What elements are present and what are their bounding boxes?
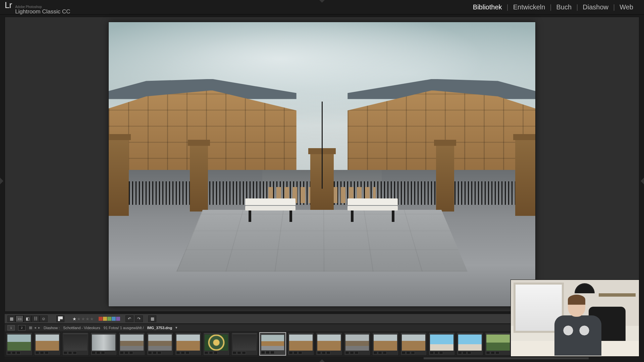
thumbnail[interactable] xyxy=(118,332,145,356)
thumbnail-image xyxy=(36,335,59,351)
thumbnail-badges xyxy=(176,351,200,355)
thumbnail-badges xyxy=(430,351,454,355)
thumbnail[interactable] xyxy=(428,332,455,356)
star-4[interactable]: ★ xyxy=(86,316,90,321)
thumbnail-image xyxy=(120,335,144,351)
flag-pick-button[interactable] xyxy=(56,315,64,322)
thumbnail[interactable] xyxy=(90,332,117,356)
thumbnail-badges xyxy=(120,351,144,355)
people-view-icon: ☺ xyxy=(42,316,46,321)
thumbnail-image xyxy=(64,335,87,351)
module-bibliothek[interactable]: Bibliothek xyxy=(468,3,507,11)
thumbnail[interactable] xyxy=(287,332,314,356)
compare-view-button[interactable]: ◧ xyxy=(23,315,32,322)
thumbnail-image xyxy=(374,335,397,351)
thumbnail[interactable] xyxy=(147,332,173,356)
right-panel-toggle-icon[interactable] xyxy=(641,178,644,184)
thumbnail-image xyxy=(317,335,341,351)
thumbnail[interactable] xyxy=(175,332,202,356)
grid-jump-icon[interactable]: ▦ xyxy=(29,325,32,330)
thumbnail[interactable] xyxy=(485,332,512,356)
rotate-ccw-button[interactable]: ↶ xyxy=(125,315,133,322)
thumbnail-image xyxy=(345,335,369,351)
filmstrip-scroll-handle[interactable] xyxy=(424,357,589,359)
thumbnail[interactable] xyxy=(62,332,89,356)
thumbnail[interactable] xyxy=(34,332,61,356)
star-5[interactable]: ★ xyxy=(90,316,94,321)
module-web[interactable]: Web xyxy=(615,3,638,11)
filmstrip-count: 91 Fotos/ 1 ausgewählt / xyxy=(104,326,144,330)
thumbnail-badges xyxy=(373,351,397,355)
color-label-3[interactable] xyxy=(112,317,116,321)
survey-view-icon: ☷ xyxy=(34,316,38,321)
loupe-view-icon: ▭ xyxy=(18,316,21,321)
grid-view-button[interactable]: ▦ xyxy=(7,315,15,322)
filmstrip-modified-marker: ▾ xyxy=(175,325,177,330)
thumbnail-badges xyxy=(486,351,510,355)
filmstrip-nav-icons[interactable]: ▦ ◂ ▸ xyxy=(29,325,40,330)
thumbnail-image xyxy=(402,335,425,351)
thumbnail-image xyxy=(7,335,31,351)
rating-stars[interactable]: ★★★★★ xyxy=(72,316,94,321)
thumbnail[interactable] xyxy=(231,332,258,356)
survey-view-button[interactable]: ☷ xyxy=(32,315,40,322)
thumbnail-badges xyxy=(317,351,341,355)
loupe-image[interactable] xyxy=(109,22,535,306)
lightroom-logo: Lr xyxy=(5,0,12,10)
thumbnail-image xyxy=(430,335,453,351)
rotate-cw-icon: ↷ xyxy=(137,316,141,321)
thumbnail[interactable] xyxy=(457,332,483,356)
thumbnail[interactable] xyxy=(316,332,342,356)
prev-photo-icon[interactable]: ◂ xyxy=(34,325,36,330)
people-view-button[interactable]: ☺ xyxy=(40,315,48,322)
grid-view-icon: ▦ xyxy=(10,316,13,321)
thumbnail-image xyxy=(233,335,256,351)
impromptu-slideshow-button[interactable]: ▦ xyxy=(148,315,156,322)
thumbnail-image xyxy=(458,335,482,351)
secondary-monitor-button[interactable]: 2 xyxy=(18,325,25,330)
module-diashow[interactable]: Diashow xyxy=(578,3,613,11)
thumbnail[interactable] xyxy=(344,332,371,356)
thumbnail-badges xyxy=(261,351,284,354)
filmstrip-current-file: IMG_3753.dng xyxy=(147,326,172,330)
color-label-2[interactable] xyxy=(107,317,111,321)
color-label-swatches[interactable] xyxy=(99,317,120,321)
thumbnail-badges xyxy=(289,351,313,355)
thumbnail-badges xyxy=(458,351,482,355)
color-label-4[interactable] xyxy=(116,317,120,321)
thumbnail[interactable] xyxy=(400,332,427,356)
star-3[interactable]: ★ xyxy=(81,316,85,321)
thumbnail-badges xyxy=(232,351,257,355)
flag-icon xyxy=(58,316,63,321)
color-label-0[interactable] xyxy=(99,317,103,321)
module-buch[interactable]: Buch xyxy=(552,3,577,11)
module-entwickeln[interactable]: Entwickeln xyxy=(508,3,550,11)
next-photo-icon[interactable]: ▸ xyxy=(38,325,40,330)
compare-view-icon: ◧ xyxy=(26,316,30,321)
identity-plate: Lr Adobe Photoshop Lightroom Classic CC xyxy=(5,0,70,14)
thumbnail[interactable] xyxy=(203,332,230,356)
rotate-cw-button[interactable]: ↷ xyxy=(135,315,143,322)
thumbnail-badges xyxy=(204,351,228,355)
rotate-ccw-icon: ↶ xyxy=(128,316,131,321)
thumbnail-image xyxy=(261,335,284,350)
filmstrip-collection[interactable]: Schottland - Videokurs xyxy=(63,326,100,330)
star-1[interactable]: ★ xyxy=(72,316,76,321)
primary-monitor-button[interactable]: 1 xyxy=(7,325,15,330)
bottom-panel-toggle-icon[interactable] xyxy=(319,359,325,362)
top-panel-toggle-icon[interactable] xyxy=(319,0,325,3)
thumbnail[interactable] xyxy=(259,332,286,356)
thumbnail-image xyxy=(205,335,228,351)
filmstrip-source-prefix: Diashow : xyxy=(44,326,60,330)
thumbnail-badges xyxy=(345,351,369,355)
loupe-viewport[interactable] xyxy=(5,17,639,312)
left-panel-toggle-icon[interactable] xyxy=(0,178,3,184)
color-label-1[interactable] xyxy=(103,317,107,321)
star-2[interactable]: ★ xyxy=(77,316,81,321)
thumbnail[interactable] xyxy=(6,332,33,356)
thumbnail-badges xyxy=(148,351,172,355)
thumbnail[interactable] xyxy=(372,332,399,356)
module-picker: Bibliothek|Entwickeln|Buch|Diashow|Web xyxy=(468,3,638,11)
loupe-view-button[interactable]: ▭ xyxy=(15,315,23,322)
thumbnail-image xyxy=(148,335,172,351)
